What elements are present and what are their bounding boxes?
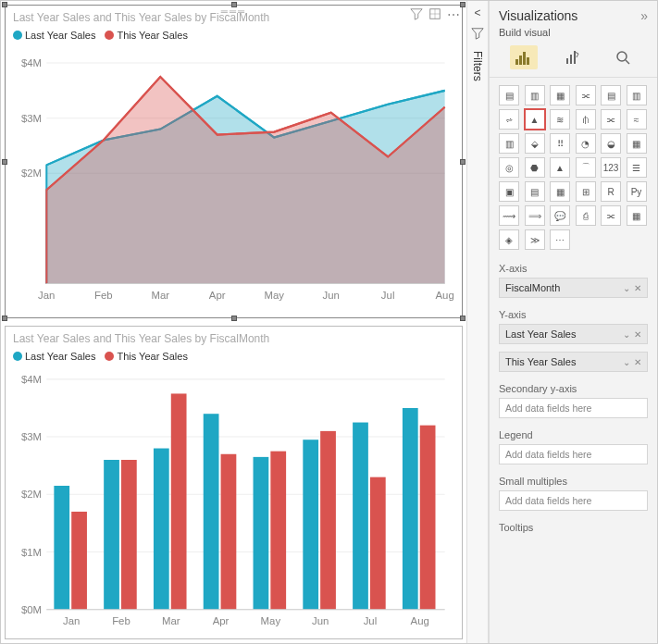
- svg-rect-35: [204, 414, 219, 610]
- remove-icon[interactable]: ✕: [634, 357, 641, 367]
- svg-rect-42: [320, 431, 336, 610]
- svg-text:$4M: $4M: [21, 57, 42, 68]
- resize-handle[interactable]: [2, 159, 7, 165]
- svg-text:Aug: Aug: [411, 615, 429, 626]
- expand-filters-icon[interactable]: <: [474, 6, 480, 19]
- viz-type-icon[interactable]: ⠿: [550, 133, 570, 154]
- filter-icon[interactable]: [410, 7, 423, 24]
- placeholder-text: Add data fields here: [505, 402, 591, 414]
- viz-type-icon[interactable]: ▥: [525, 85, 545, 105]
- viz-type-icon[interactable]: ≋: [550, 109, 570, 130]
- legend-label: This Year Sales: [117, 30, 187, 41]
- svg-line-59: [626, 60, 629, 64]
- viz-type-icon[interactable]: R: [601, 181, 621, 202]
- viz-type-icon[interactable]: Py: [627, 181, 647, 202]
- analytics-tab[interactable]: [609, 45, 637, 69]
- svg-rect-27: [71, 512, 87, 610]
- viz-type-icon[interactable]: ▲: [550, 157, 570, 178]
- chart-legend: Last Year Sales This Year Sales: [13, 26, 454, 44]
- resize-handle[interactable]: [460, 159, 466, 165]
- chevron-down-icon[interactable]: ⌄: [623, 357, 630, 367]
- viz-type-icon[interactable]: ⎙: [576, 205, 596, 226]
- viz-type-icon[interactable]: ▤: [499, 85, 519, 105]
- viz-type-icon[interactable]: ▦: [627, 205, 647, 226]
- format-visual-tab[interactable]: [559, 45, 587, 69]
- viz-type-icon[interactable]: ◒: [601, 133, 621, 154]
- remove-icon[interactable]: ✕: [634, 283, 641, 293]
- viz-type-icon[interactable]: ▣: [499, 181, 519, 202]
- viz-type-icon[interactable]: ⟹: [525, 205, 545, 226]
- svg-rect-56: [570, 55, 572, 64]
- viz-type-icon[interactable]: ⫘: [601, 205, 621, 226]
- viz-type-icon[interactable]: ⊞: [576, 181, 596, 202]
- field-name: FiscalMonth: [505, 282, 560, 293]
- svg-rect-39: [270, 452, 286, 610]
- viz-type-icon[interactable]: ▤: [601, 85, 621, 105]
- svg-point-58: [617, 52, 627, 61]
- resize-handle[interactable]: [460, 316, 466, 321]
- small-multiples-well[interactable]: Add data fields here: [499, 490, 648, 511]
- legend-field-well[interactable]: Add data fields here: [499, 444, 648, 464]
- viz-type-icon[interactable]: ⟿: [499, 205, 519, 226]
- legend-marker: [13, 31, 22, 40]
- area-chart-visual[interactable]: ═══ ⋯ Last Year Sales and This Year Sale…: [5, 5, 463, 318]
- more-options-icon[interactable]: ⋯: [447, 7, 460, 24]
- yaxis-field-well[interactable]: This Year Sales⌄✕: [499, 352, 648, 372]
- svg-rect-30: [121, 460, 137, 610]
- svg-text:Mar: Mar: [151, 290, 169, 301]
- yaxis-field-well[interactable]: Last Year Sales⌄✕: [499, 324, 648, 344]
- resize-handle[interactable]: [2, 316, 7, 321]
- viz-type-icon[interactable]: ⌒: [576, 157, 596, 178]
- viz-type-icon[interactable]: ≈: [627, 109, 647, 130]
- field-name: Last Year Sales: [505, 328, 576, 340]
- visualization-type-grid: ▤▥▦⫘▤▥⩫▲≋⫛⫘≈▥⬙⠿◔◒▦◎⬣▲⌒123☰▣▤▦⊞RPy⟿⟹💬⎙⫘▦◈…: [490, 78, 657, 257]
- collapse-pane-icon[interactable]: »: [640, 8, 648, 23]
- viz-type-icon[interactable]: ☰: [627, 157, 647, 178]
- resize-handle[interactable]: [2, 2, 7, 7]
- viz-type-icon[interactable]: ⩫: [499, 109, 519, 130]
- chevron-down-icon[interactable]: ⌄: [623, 283, 630, 293]
- svg-rect-29: [104, 460, 119, 610]
- viz-type-icon[interactable]: ⬣: [525, 157, 545, 178]
- viz-type-icon[interactable]: ▦: [550, 85, 570, 105]
- viz-type-icon[interactable]: ⫛: [576, 109, 596, 130]
- focus-mode-icon[interactable]: [428, 7, 441, 24]
- bar-chart-visual[interactable]: Last Year Sales and This Year Sales by F…: [5, 326, 463, 639]
- viz-type-icon[interactable]: ▲: [525, 109, 545, 130]
- remove-icon[interactable]: ✕: [634, 329, 641, 340]
- secondary-yaxis-well[interactable]: Add data fields here: [499, 398, 648, 418]
- drag-grip-icon[interactable]: ═══: [221, 6, 246, 17]
- chevron-down-icon[interactable]: ⌄: [623, 329, 630, 340]
- viz-type-icon[interactable]: ◔: [576, 133, 596, 154]
- viz-type-icon[interactable]: ◎: [499, 157, 519, 178]
- svg-text:Jul: Jul: [381, 290, 395, 301]
- filters-pane-collapsed[interactable]: < Filters: [466, 1, 489, 643]
- xaxis-label: X-axis: [490, 257, 657, 276]
- viz-type-icon[interactable]: ▤: [525, 181, 545, 202]
- svg-text:$0M: $0M: [21, 604, 42, 615]
- resize-handle[interactable]: [231, 316, 237, 321]
- viz-type-icon[interactable]: ⫘: [576, 85, 596, 105]
- viz-type-icon[interactable]: 💬: [550, 205, 570, 226]
- build-visual-tab[interactable]: [510, 45, 538, 69]
- viz-type-icon[interactable]: ⫘: [601, 109, 621, 130]
- viz-type-icon[interactable]: ▦: [550, 181, 570, 202]
- svg-rect-53: [523, 52, 526, 65]
- viz-type-icon[interactable]: 123: [601, 157, 621, 178]
- svg-rect-54: [527, 57, 529, 65]
- viz-type-icon[interactable]: ⋯: [550, 229, 570, 250]
- secondary-yaxis-label: Secondary y-axis: [490, 378, 657, 396]
- legend-marker: [105, 31, 114, 40]
- resize-handle[interactable]: [460, 2, 466, 7]
- viz-type-icon[interactable]: ▥: [627, 85, 647, 105]
- viz-type-icon[interactable]: ≫: [525, 229, 545, 250]
- svg-rect-36: [221, 454, 237, 610]
- viz-type-icon[interactable]: ▦: [627, 133, 647, 154]
- viz-type-icon[interactable]: ▥: [499, 133, 519, 154]
- area-chart-svg: $2M$3M$4MJanFebMarAprMayJunJulAug: [13, 44, 454, 312]
- xaxis-field-well[interactable]: FiscalMonth⌄✕: [499, 278, 648, 298]
- svg-rect-52: [519, 56, 522, 65]
- viz-type-icon[interactable]: ⬙: [525, 133, 545, 154]
- viz-type-icon[interactable]: ◈: [499, 229, 519, 250]
- svg-rect-41: [303, 440, 318, 610]
